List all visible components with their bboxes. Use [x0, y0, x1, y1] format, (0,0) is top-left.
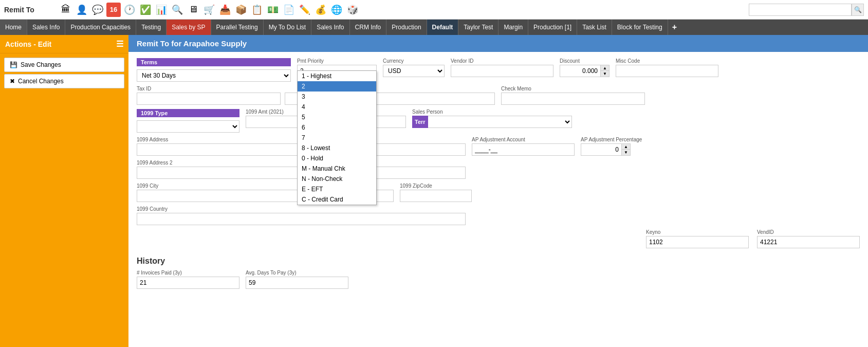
- history-section: History # Invoices Paid (3y) Avg. Days T…: [137, 257, 860, 289]
- search-input[interactable]: [749, 4, 852, 16]
- cart-icon[interactable]: 🛒: [202, 3, 216, 17]
- download-icon[interactable]: 📥: [218, 3, 232, 17]
- bottom-ids: Keyno VendID: [137, 229, 860, 248]
- tab-production-capacities[interactable]: Production Capacities: [65, 20, 136, 35]
- cube-icon[interactable]: 🎲: [345, 3, 360, 17]
- vendid-input[interactable]: [757, 236, 860, 248]
- sales-person-select[interactable]: [428, 116, 572, 128]
- terr-badge: Terr: [412, 116, 428, 128]
- check-memo-input[interactable]: [501, 93, 645, 105]
- tab-default[interactable]: Default: [427, 20, 459, 35]
- currency-select[interactable]: USD: [383, 65, 445, 77]
- dropdown-item-7[interactable]: 7: [298, 133, 376, 143]
- check-icon[interactable]: ✅: [138, 3, 153, 17]
- dropdown-item-6[interactable]: 6: [298, 122, 376, 133]
- tab-block-for-testing[interactable]: Block for Testing: [612, 20, 668, 35]
- country-1099-field: 1099 Country: [137, 206, 466, 225]
- sidebar-title: Actions - Edit: [5, 40, 51, 48]
- tab-task-list[interactable]: Task List: [577, 20, 612, 35]
- ap-adj-pct-label: AP Adjustment Percentage: [581, 137, 642, 142]
- invoices-paid-field: # Invoices Paid (3y): [137, 270, 239, 289]
- tab-sales-info-2[interactable]: Sales Info: [311, 20, 349, 35]
- vendor-id-input[interactable]: [451, 65, 553, 77]
- tax-id-input[interactable]: [137, 93, 281, 105]
- dropdown-item-0-hold[interactable]: 0 - Hold: [298, 153, 376, 163]
- tab-crm-info[interactable]: CRM Info: [350, 20, 387, 35]
- type-1099-select[interactable]: [137, 120, 239, 133]
- tab-margin[interactable]: Margin: [498, 20, 528, 35]
- dropdown-item-8-lowest[interactable]: 8 - Lowest: [298, 143, 376, 153]
- content-body: Terms Net 30 Days Pmt Priority 1 - Highe…: [128, 52, 868, 295]
- tab-sales-info[interactable]: Sales Info: [27, 20, 65, 35]
- dropdown-item-1[interactable]: 1 - Highest: [298, 71, 376, 81]
- country-1099-label: 1099 Country: [137, 206, 466, 212]
- misc-code-input[interactable]: [616, 65, 718, 77]
- form-row-1: Terms Net 30 Days Pmt Priority 1 - Highe…: [137, 58, 860, 82]
- cancel-changes-label: Cancel Changes: [18, 78, 64, 85]
- pmt-priority-field: Pmt Priority 1 - Highest 2 3 4 5 6 7 8 -…: [297, 58, 377, 77]
- tab-parallel-testing[interactable]: Parallel Testing: [211, 20, 264, 35]
- save-changes-button[interactable]: 💾 Save Changes: [4, 58, 124, 72]
- pencil-icon[interactable]: ✏️: [298, 3, 312, 17]
- ap-adj-account-label: AP Adjustment Account: [472, 137, 575, 142]
- form-row-7: 1099 Country: [137, 206, 860, 225]
- box-icon[interactable]: 📦: [234, 3, 248, 17]
- tab-my-to-do-list[interactable]: My To Do List: [264, 20, 311, 35]
- ap-pct-down-btn[interactable]: ▼: [622, 150, 630, 155]
- document-icon[interactable]: 📄: [282, 3, 296, 17]
- cancel-changes-button[interactable]: ✖ Cancel Changes: [4, 74, 124, 88]
- dollar-icon[interactable]: 💵: [266, 3, 280, 17]
- tab-add-button[interactable]: +: [668, 21, 681, 34]
- chat-icon[interactable]: 💬: [90, 3, 105, 17]
- invoices-paid-input[interactable]: [137, 277, 239, 289]
- history-row: # Invoices Paid (3y) Avg. Days To Pay (3…: [137, 270, 860, 289]
- tab-sales-by-sp[interactable]: Sales by SP: [167, 20, 211, 35]
- search-icon[interactable]: 🔍: [170, 3, 184, 17]
- discount-label: Discount: [560, 58, 610, 64]
- dropdown-item-2[interactable]: 2: [298, 81, 376, 92]
- grid-icon[interactable]: 📋: [250, 3, 264, 17]
- sales-person-label: Sales Person: [412, 109, 572, 115]
- dropdown-item-e-eft[interactable]: E - EFT: [298, 184, 376, 194]
- dropdown-item-c-credit[interactable]: C - Credit Card: [298, 194, 376, 205]
- vendid-label: VendID: [757, 229, 860, 235]
- terms-field: Terms Net 30 Days: [137, 58, 291, 82]
- ap-pct-spinner-btns: ▲ ▼: [622, 143, 631, 156]
- table-icon[interactable]: 📊: [154, 3, 169, 17]
- dropdown-item-n-non-check[interactable]: N - Non-Check: [298, 174, 376, 184]
- hamburger-icon[interactable]: ☰: [116, 39, 123, 49]
- avg-days-label: Avg. Days To Pay (3y): [246, 270, 348, 276]
- dropdown-item-4[interactable]: 4: [298, 102, 376, 112]
- building-icon[interactable]: 🏛: [59, 3, 73, 17]
- discount-down-btn[interactable]: ▼: [601, 71, 609, 77]
- tab-taylor-test[interactable]: Taylor Test: [458, 20, 498, 35]
- discount-up-btn[interactable]: ▲: [601, 65, 609, 71]
- tab-home[interactable]: Home: [0, 20, 27, 35]
- monitor-icon[interactable]: 🖥: [186, 3, 200, 17]
- tab-production-1[interactable]: Production [1]: [528, 20, 577, 35]
- person-icon[interactable]: 👤: [75, 3, 89, 17]
- country-1099-input[interactable]: [137, 213, 466, 225]
- cancel-icon: ✖: [10, 78, 15, 85]
- badge-16[interactable]: 16: [106, 3, 121, 17]
- ap-adj-account-field: AP Adjustment Account: [472, 137, 575, 156]
- dropdown-item-5[interactable]: 5: [298, 112, 376, 122]
- avg-days-input[interactable]: [246, 277, 348, 289]
- ap-pct-up-btn[interactable]: ▲: [622, 144, 630, 150]
- search-button[interactable]: 🔍: [852, 4, 864, 16]
- keyno-input[interactable]: [646, 236, 749, 248]
- terms-select[interactable]: Net 30 Days: [137, 69, 291, 82]
- tab-testing[interactable]: Testing: [136, 20, 167, 35]
- zipcode-1099-input[interactable]: [400, 190, 472, 202]
- globe-icon[interactable]: 🌐: [329, 3, 344, 17]
- avg-days-field: Avg. Days To Pay (3y): [246, 270, 348, 289]
- tab-production[interactable]: Production: [386, 20, 427, 35]
- discount-input[interactable]: [560, 65, 601, 77]
- dropdown-item-3[interactable]: 3: [298, 92, 376, 102]
- dropdown-item-m-manual[interactable]: M - Manual Chk: [298, 163, 376, 174]
- clock-icon[interactable]: 🕐: [122, 3, 137, 17]
- history-title: History: [137, 257, 860, 266]
- dollar2-icon[interactable]: 💰: [313, 3, 328, 17]
- ap-adj-account-input[interactable]: [472, 143, 575, 156]
- ap-pct-input[interactable]: [581, 143, 622, 156]
